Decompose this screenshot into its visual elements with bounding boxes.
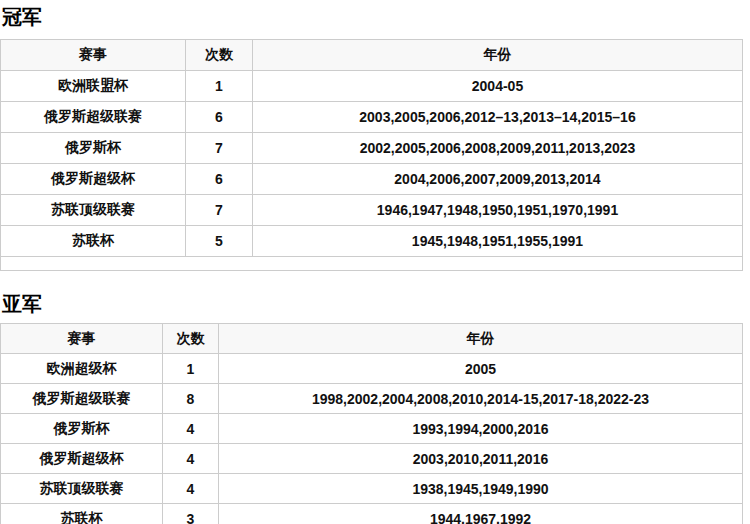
column-header-competition: 赛事 [1,324,163,354]
competition-cell: 俄罗斯超级杯 [1,164,186,195]
table-row: 俄罗斯超级杯62004,2006,2007,2009,2013,2014 [1,164,743,195]
years-cell: 1945,1948,1951,1955,1991 [253,226,743,257]
count-cell: 6 [186,164,253,195]
column-header-years: 年份 [219,324,743,354]
count-cell: 4 [163,414,219,444]
section-title-champions: 冠军 [2,5,750,29]
count-cell: 8 [163,384,219,414]
count-cell: 7 [186,195,253,226]
count-cell: 1 [186,71,253,102]
years-cell: 2002,2005,2006,2008,2009,2011,2013,2023 [253,133,743,164]
table-row: 俄罗斯杯41993,1994,2000,2016 [1,414,743,444]
empty-footer-row [1,257,743,271]
competition-cell: 苏联杯 [1,504,163,524]
table-row: 俄罗斯超级联赛81998,2002,2004,2008,2010,2014-15… [1,384,743,414]
table-row: 苏联杯31944,1967,1992 [1,504,743,524]
years-cell: 2004,2006,2007,2009,2013,2014 [253,164,743,195]
table-row: 苏联杯51945,1948,1951,1955,1991 [1,226,743,257]
years-cell: 1993,1994,2000,2016 [219,414,743,444]
competition-cell: 欧洲联盟杯 [1,71,186,102]
table-row: 苏联顶级联赛71946,1947,1948,1950,1951,1970,199… [1,195,743,226]
champions-table: 赛事 次数 年份 欧洲联盟杯12004-05俄罗斯超级联赛62003,2005,… [0,39,743,271]
years-cell: 1946,1947,1948,1950,1951,1970,1991 [253,195,743,226]
column-header-competition: 赛事 [1,40,186,71]
column-header-years: 年份 [253,40,743,71]
competition-cell: 俄罗斯杯 [1,414,163,444]
count-cell: 3 [163,504,219,524]
section-runnersup: 亚军 赛事 次数 年份 欧洲超级杯12005俄罗斯超级联赛81998,2002,… [0,292,750,524]
table-row: 俄罗斯杯72002,2005,2006,2008,2009,2011,2013,… [1,133,743,164]
competition-cell: 苏联杯 [1,226,186,257]
competition-cell: 俄罗斯超级联赛 [1,102,186,133]
column-header-count: 次数 [186,40,253,71]
table-header-row: 赛事 次数 年份 [1,324,743,354]
count-cell: 7 [186,133,253,164]
years-cell: 2003,2005,2006,2012–13,2013–14,2015–16 [253,102,743,133]
table-row: 苏联顶级联赛41938,1945,1949,1990 [1,474,743,504]
years-cell: 2005 [219,354,743,384]
count-cell: 1 [163,354,219,384]
count-cell: 4 [163,444,219,474]
competition-cell: 俄罗斯超级联赛 [1,384,163,414]
competition-cell: 俄罗斯杯 [1,133,186,164]
competition-cell: 苏联顶级联赛 [1,195,186,226]
table-header-row: 赛事 次数 年份 [1,40,743,71]
competition-cell: 欧洲超级杯 [1,354,163,384]
count-cell: 6 [186,102,253,133]
empty-cell [1,257,743,271]
column-header-count: 次数 [163,324,219,354]
section-title-runnersup: 亚军 [2,292,750,316]
count-cell: 5 [186,226,253,257]
table-row: 俄罗斯超级杯42003,2010,2011,2016 [1,444,743,474]
table-row: 欧洲超级杯12005 [1,354,743,384]
years-cell: 2003,2010,2011,2016 [219,444,743,474]
years-cell: 1944,1967,1992 [219,504,743,524]
competition-cell: 苏联顶级联赛 [1,474,163,504]
runnersup-table: 赛事 次数 年份 欧洲超级杯12005俄罗斯超级联赛81998,2002,200… [0,323,743,524]
page-content: 冠军 赛事 次数 年份 欧洲联盟杯12004-05俄罗斯超级联赛62003,20… [0,5,750,524]
table-row: 俄罗斯超级联赛62003,2005,2006,2012–13,2013–14,2… [1,102,743,133]
years-cell: 1938,1945,1949,1990 [219,474,743,504]
count-cell: 4 [163,474,219,504]
years-cell: 1998,2002,2004,2008,2010,2014-15,2017-18… [219,384,743,414]
section-champions: 冠军 赛事 次数 年份 欧洲联盟杯12004-05俄罗斯超级联赛62003,20… [0,5,750,271]
years-cell: 2004-05 [253,71,743,102]
table-row: 欧洲联盟杯12004-05 [1,71,743,102]
competition-cell: 俄罗斯超级杯 [1,444,163,474]
